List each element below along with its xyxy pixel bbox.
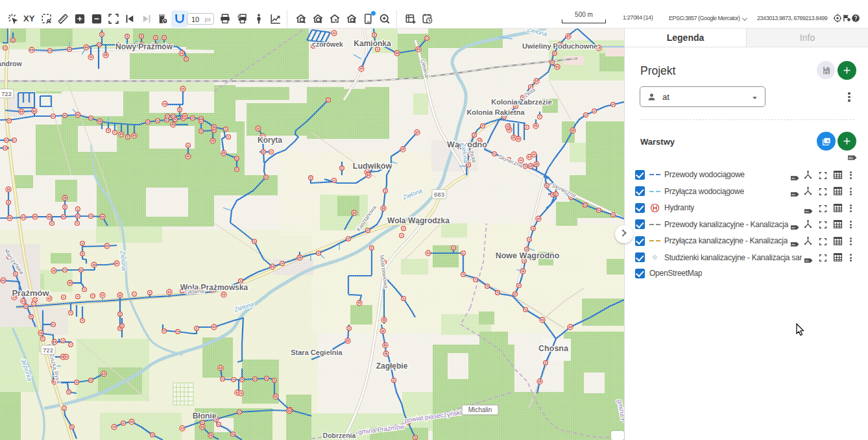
svg-text:abc: abc (849, 156, 854, 160)
svg-text:abc: abc (805, 259, 810, 262)
svg-text:abc: abc (791, 193, 796, 196)
svg-text:abc: abc (791, 177, 796, 180)
svg-text:abc: abc (791, 226, 796, 229)
svg-text:abc: abc (791, 243, 796, 246)
svg-text:abc: abc (805, 210, 810, 213)
